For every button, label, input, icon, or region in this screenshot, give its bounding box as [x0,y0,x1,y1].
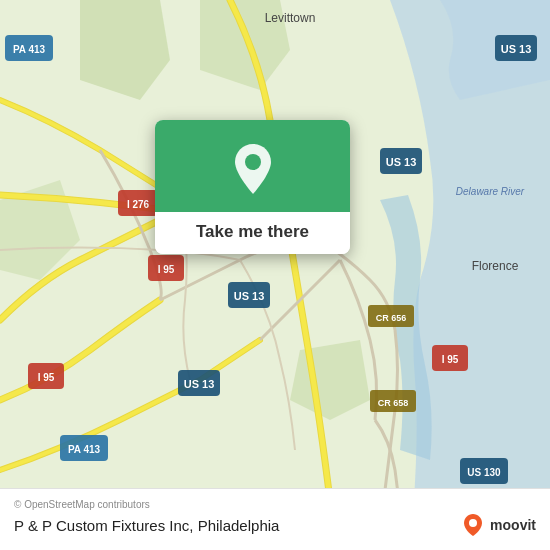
svg-text:I 95: I 95 [38,372,55,383]
svg-text:Levittown: Levittown [265,11,316,25]
svg-text:CR 656: CR 656 [376,313,407,323]
svg-point-30 [245,154,261,170]
svg-text:US 13: US 13 [501,43,532,55]
svg-text:Florence: Florence [472,259,519,273]
bottom-bar: © OpenStreetMap contributors P & P Custo… [0,488,550,550]
map-container: US 13 US 13 US 13 US 13 I 276 I 95 I 95 … [0,0,550,550]
svg-text:I 276: I 276 [127,199,150,210]
svg-text:US 13: US 13 [234,290,265,302]
svg-text:US 130: US 130 [467,467,501,478]
moovit-logo: moovit [460,512,536,538]
svg-text:PA 413: PA 413 [13,44,46,55]
osm-attribution: © OpenStreetMap contributors [14,499,536,510]
popup-card: Take me there [155,120,350,254]
map-background: US 13 US 13 US 13 US 13 I 276 I 95 I 95 … [0,0,550,550]
svg-text:PA 413: PA 413 [68,444,101,455]
popup-green-area [155,120,350,212]
location-pin-icon [231,142,275,196]
place-name-row: P & P Custom Fixtures Inc, Philadelphia … [14,512,536,538]
svg-text:I 95: I 95 [158,264,175,275]
svg-text:Delaware River: Delaware River [456,186,525,197]
moovit-icon [460,512,486,538]
take-me-there-button[interactable]: Take me there [155,222,350,242]
place-name: P & P Custom Fixtures Inc, Philadelphia [14,517,279,534]
svg-text:US 13: US 13 [184,378,215,390]
svg-point-31 [469,519,477,527]
svg-text:US 13: US 13 [386,156,417,168]
popup-label-area: Take me there [155,212,350,254]
svg-text:CR 658: CR 658 [378,398,409,408]
moovit-text: moovit [490,517,536,533]
svg-text:I 95: I 95 [442,354,459,365]
